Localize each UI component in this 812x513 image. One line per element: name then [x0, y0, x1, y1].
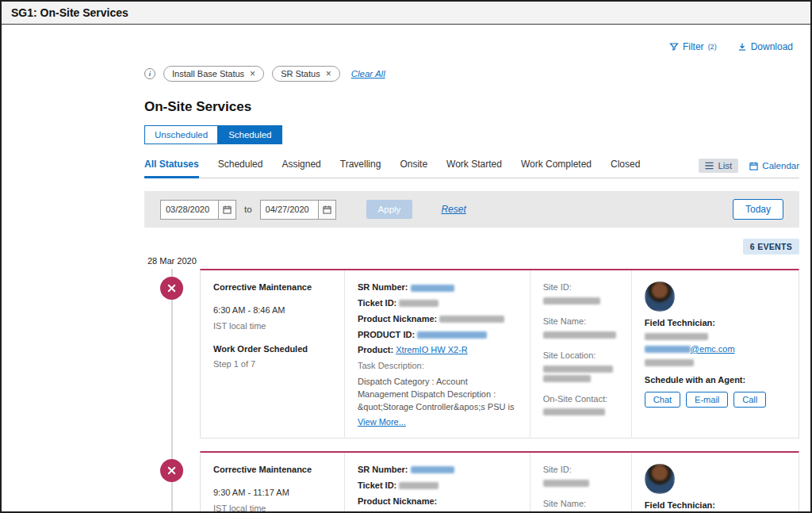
event-timezone: IST local time: [213, 320, 331, 332]
site-id-label: Site ID:: [543, 281, 619, 293]
ticket-id-label: Ticket ID:: [358, 480, 396, 490]
event-status: Work Order Scheduled: [213, 343, 331, 355]
calendar-view-label: Calendar: [762, 161, 799, 170]
events-count-row: 6 EVENTS: [144, 239, 799, 255]
filter-chip-install-base-status[interactable]: Install Base Status ×: [163, 66, 264, 82]
sr-number-label: SR Number:: [358, 465, 408, 474]
main-content: i Install Base Status × SR Status × Clea…: [144, 25, 799, 513]
download-button[interactable]: Download: [737, 41, 793, 52]
close-icon[interactable]: ×: [250, 69, 255, 78]
field-technician-label: Field Technician:: [645, 500, 786, 511]
technician-email-domain[interactable]: @emc.com: [691, 344, 735, 354]
clear-all-link[interactable]: Clear All: [351, 69, 385, 78]
scheduled-toggle-button[interactable]: Scheduled: [218, 125, 282, 144]
filter-chip-sr-status[interactable]: SR Status ×: [272, 66, 340, 82]
events-count-badge: 6 EVENTS: [743, 239, 799, 255]
redacted-email-user[interactable]: [645, 346, 691, 353]
product-link[interactable]: XtremIO HW X2-R: [396, 345, 467, 354]
from-date-calendar-icon[interactable]: [218, 201, 236, 219]
tab-scheduled[interactable]: Scheduled: [218, 159, 263, 178]
product-nickname-label: Product Nickname:: [358, 496, 437, 506]
event-step: Step 1 of 7: [213, 358, 331, 370]
product-id-label: PRODUCT ID:: [358, 330, 415, 339]
download-label: Download: [751, 41, 793, 52]
to-date-input[interactable]: [261, 205, 318, 214]
filter-button[interactable]: Filter(2): [669, 41, 717, 52]
redacted-ticket-id: [399, 300, 439, 307]
to-date-field: [260, 200, 336, 220]
view-switch: List Calendar: [699, 159, 799, 178]
task-description-label: Task Description:: [358, 360, 517, 372]
view-more-link[interactable]: View More...: [358, 417, 406, 427]
tab-work-started[interactable]: Work Started: [446, 159, 502, 178]
call-button[interactable]: Call: [733, 392, 766, 408]
unscheduled-toggle-button[interactable]: Unscheduled: [144, 125, 218, 144]
calendar-icon: [749, 162, 758, 170]
reset-link[interactable]: Reset: [441, 204, 465, 215]
active-filters: i Install Base Status × SR Status × Clea…: [144, 66, 799, 82]
event-card: Corrective Maintenance 9:30 AM - 11:17 A…: [200, 451, 799, 513]
site-column: Site ID: Site Name: Site Location: On-Si…: [530, 270, 631, 438]
list-view-label: List: [718, 161, 732, 170]
close-icon[interactable]: ×: [326, 69, 331, 78]
site-name-label: Site Name:: [543, 498, 619, 510]
redacted-site-name: [543, 331, 616, 339]
site-id-label: Site ID:: [543, 464, 619, 476]
calendar-view-button[interactable]: Calendar: [749, 161, 799, 170]
redacted-site-id: [543, 480, 589, 487]
download-icon: [737, 42, 747, 52]
redacted-product-id[interactable]: [417, 331, 487, 339]
site-column: Site ID: Site Name: Site Location: On-Si…: [530, 453, 631, 513]
apply-button[interactable]: Apply: [366, 200, 413, 219]
technician-photo: [645, 464, 675, 494]
redacted-sr-number[interactable]: [411, 466, 454, 473]
tab-assigned[interactable]: Assigned: [282, 159, 320, 178]
event-card: Corrective Maintenance 6:30 AM - 8:46 AM…: [200, 269, 799, 438]
from-date-field: [160, 200, 236, 220]
status-tabs: All Statuses Scheduled Assigned Travelli…: [144, 159, 640, 178]
redacted-phone: [645, 359, 694, 366]
technician-avatar: [645, 281, 675, 312]
task-description-text: Dispatch Category : Account Management D…: [358, 376, 517, 414]
event-type: Corrective Maintenance: [213, 281, 331, 293]
event-item: Corrective Maintenance 9:30 AM - 11:17 A…: [200, 451, 799, 513]
technician-column: Field Technician: @emc.com Schedule with…: [631, 270, 799, 438]
chip-label: SR Status: [281, 69, 320, 78]
info-icon: i: [144, 68, 155, 79]
window-title-text: SG1: On-Site Services: [11, 6, 128, 19]
product-label: Product:: [358, 345, 393, 354]
tab-all-statuses[interactable]: All Statuses: [144, 159, 199, 178]
onsite-contact-label: On-Site Contact:: [543, 393, 619, 405]
product-nickname-label: Product Nickname:: [358, 314, 437, 323]
agent-actions: Chat E-mail Call: [645, 392, 786, 408]
chat-button[interactable]: Chat: [645, 392, 680, 408]
redacted-site-location-2: [543, 375, 591, 382]
sr-number-label: SR Number:: [358, 282, 408, 292]
events-timeline: Corrective Maintenance 6:30 AM - 8:46 AM…: [144, 269, 799, 513]
tab-work-completed[interactable]: Work Completed: [521, 159, 592, 178]
filter-icon: [669, 42, 679, 52]
header-actions: Filter(2) Download: [669, 41, 793, 52]
redacted-sr-number[interactable]: [411, 285, 454, 292]
list-view-button[interactable]: List: [699, 159, 738, 173]
list-icon: [705, 162, 714, 170]
event-timezone: IST local time: [213, 503, 331, 513]
event-summary-column: Corrective Maintenance 9:30 AM - 11:17 A…: [201, 453, 344, 513]
tab-onsite[interactable]: Onsite: [400, 159, 427, 178]
event-item: Corrective Maintenance 6:30 AM - 8:46 AM…: [200, 269, 799, 438]
ticket-id-label: Ticket ID:: [358, 298, 396, 308]
email-button[interactable]: E-mail: [686, 392, 728, 408]
app-window: SG1: On-Site Services Filter(2) Download…: [0, 0, 812, 513]
from-date-input[interactable]: [161, 205, 218, 214]
site-location-label: Site Location:: [543, 350, 619, 362]
tab-travelling[interactable]: Travelling: [340, 159, 381, 178]
redacted-technician-name: [645, 333, 708, 340]
to-label: to: [244, 205, 252, 214]
redacted-ticket-id: [399, 482, 439, 489]
redacted-site-location: [543, 366, 613, 373]
today-button[interactable]: Today: [733, 199, 783, 220]
tab-closed[interactable]: Closed: [611, 159, 640, 178]
to-date-calendar-icon[interactable]: [318, 201, 335, 219]
filter-label: Filter: [683, 41, 704, 52]
maintenance-wrench-icon: [160, 277, 183, 300]
